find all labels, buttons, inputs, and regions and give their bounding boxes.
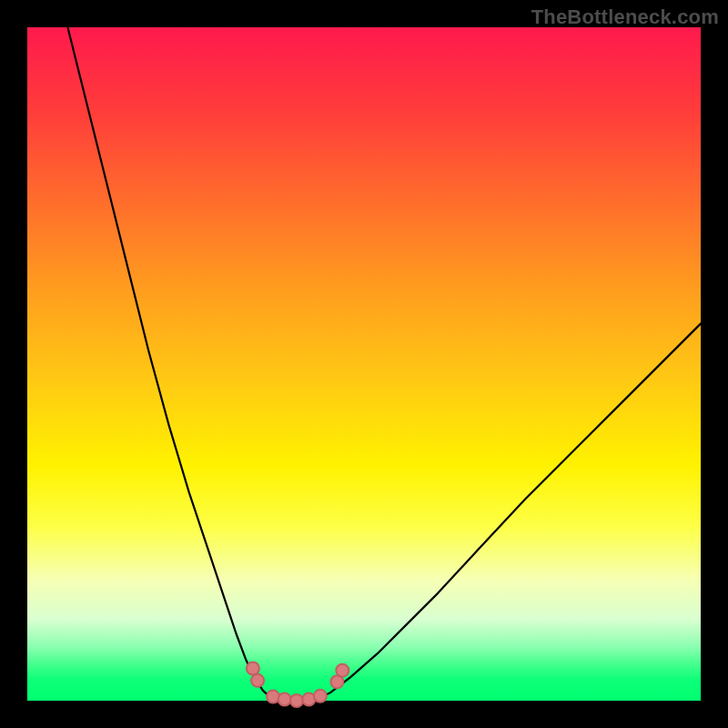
valley-marker xyxy=(251,674,264,687)
valley-marker xyxy=(247,662,259,674)
chart-frame: TheBottleneck.com xyxy=(0,0,728,728)
plot-area xyxy=(27,27,701,701)
curve-left-branch xyxy=(67,27,276,700)
valley-marker-group xyxy=(247,662,349,707)
chart-svg xyxy=(27,27,701,701)
curve-right-branch xyxy=(317,324,701,700)
watermark-text: TheBottleneck.com xyxy=(531,5,719,29)
valley-marker xyxy=(314,690,327,703)
valley-marker xyxy=(290,694,303,707)
valley-marker xyxy=(278,693,291,706)
valley-marker xyxy=(336,664,349,677)
